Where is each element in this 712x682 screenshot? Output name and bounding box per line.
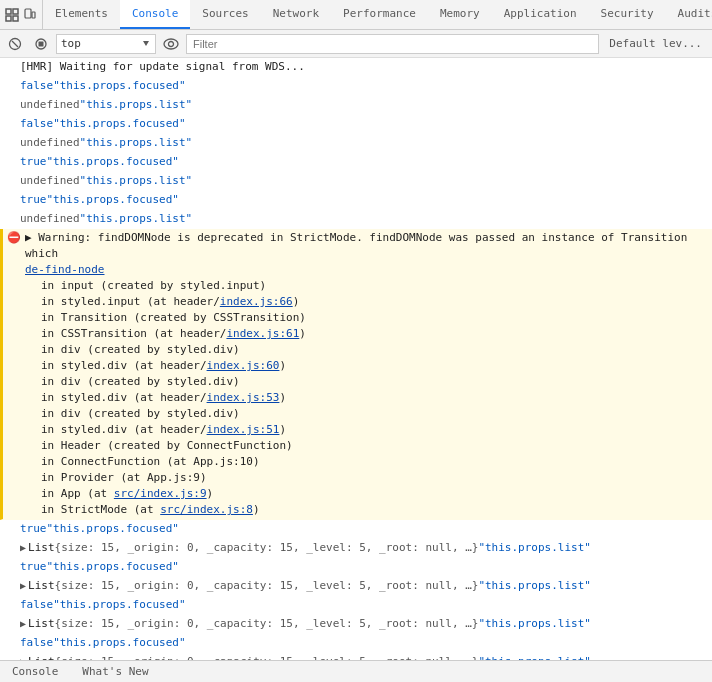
context-selector[interactable]: top	[56, 34, 156, 54]
tab-console[interactable]: Console	[120, 0, 190, 29]
stack-link[interactable]: index.js:51	[207, 423, 280, 436]
expand-icon: ▶	[20, 616, 26, 632]
status-console-tab[interactable]: Console	[8, 665, 62, 678]
console-line: [HMR] Waiting for update signal from WDS…	[0, 58, 712, 77]
expand-icon: ▶	[20, 654, 26, 660]
console-line[interactable]: ▶ List {size: 15, _origin: 0, _capacity:…	[0, 539, 712, 558]
console-line: true "this.props.focused"	[0, 520, 712, 539]
tab-performance[interactable]: Performance	[331, 0, 428, 29]
svg-rect-1	[13, 9, 18, 14]
svg-rect-4	[25, 9, 31, 18]
tab-network[interactable]: Network	[261, 0, 331, 29]
stack-link[interactable]: src/index.js:9	[114, 487, 207, 500]
console-line[interactable]: ▶ List {size: 15, _origin: 0, _capacity:…	[0, 615, 712, 634]
tab-application[interactable]: Application	[492, 0, 589, 29]
console-line: undefined "this.props.list"	[0, 134, 712, 153]
devtools-icons	[0, 0, 43, 29]
expand-icon: ▶	[20, 578, 26, 594]
svg-rect-3	[13, 16, 18, 21]
tab-elements[interactable]: Elements	[43, 0, 120, 29]
console-line: undefined "this.props.list"	[0, 96, 712, 115]
tab-memory[interactable]: Memory	[428, 0, 492, 29]
console-line: false "this.props.focused"	[0, 115, 712, 134]
console-line[interactable]: ▶ List {size: 15, _origin: 0, _capacity:…	[0, 577, 712, 596]
svg-rect-0	[6, 9, 11, 14]
de-find-node-link[interactable]: de-find-node	[25, 263, 104, 276]
tab-audits[interactable]: Audits	[666, 0, 712, 29]
stack-link[interactable]: index.js:61	[226, 327, 299, 340]
console-line: undefined "this.props.list"	[0, 172, 712, 191]
console-line: true "this.props.focused"	[0, 153, 712, 172]
clear-console-button[interactable]	[4, 33, 26, 55]
expand-icon: ▶	[20, 540, 26, 556]
status-bar: Console What's New	[0, 660, 712, 682]
console-line: false "this.props.focused"	[0, 77, 712, 96]
stack-link[interactable]: index.js:60	[207, 359, 280, 372]
svg-rect-2	[6, 16, 11, 21]
console-line[interactable]: ▶ List {size: 15, _origin: 0, _capacity:…	[0, 653, 712, 660]
error-icon: ⛔	[7, 230, 21, 246]
tab-bar: Elements Console Sources Network Perform…	[0, 0, 712, 30]
svg-point-12	[169, 41, 174, 46]
svg-line-7	[12, 41, 18, 47]
console-line: false "this.props.focused"	[0, 596, 712, 615]
svg-rect-9	[39, 41, 44, 46]
svg-rect-5	[32, 12, 35, 18]
svg-point-11	[164, 39, 178, 49]
console-toolbar: top Default lev...	[0, 30, 712, 58]
stack-link[interactable]: index.js:53	[207, 391, 280, 404]
svg-marker-10	[143, 41, 149, 46]
device-icon[interactable]	[22, 7, 38, 23]
console-line: undefined "this.props.list"	[0, 210, 712, 229]
filter-toggle-button[interactable]	[160, 33, 182, 55]
inspect-icon[interactable]	[4, 7, 20, 23]
stack-link[interactable]: index.js:66	[220, 295, 293, 308]
filter-input[interactable]	[186, 34, 599, 54]
console-line: true "this.props.focused"	[0, 191, 712, 210]
tab-security[interactable]: Security	[589, 0, 666, 29]
default-levels-label[interactable]: Default lev...	[603, 37, 708, 50]
console-output: [HMR] Waiting for update signal from WDS…	[0, 58, 712, 660]
stack-link[interactable]: src/index.js:8	[160, 503, 253, 516]
tab-sources[interactable]: Sources	[190, 0, 260, 29]
stop-button[interactable]	[30, 33, 52, 55]
console-line: false "this.props.focused"	[0, 634, 712, 653]
console-line: true "this.props.focused"	[0, 558, 712, 577]
warning-line: ⛔ ▶ Warning: findDOMNode is deprecated i…	[0, 229, 712, 520]
status-whats-new-tab[interactable]: What's New	[78, 665, 152, 678]
